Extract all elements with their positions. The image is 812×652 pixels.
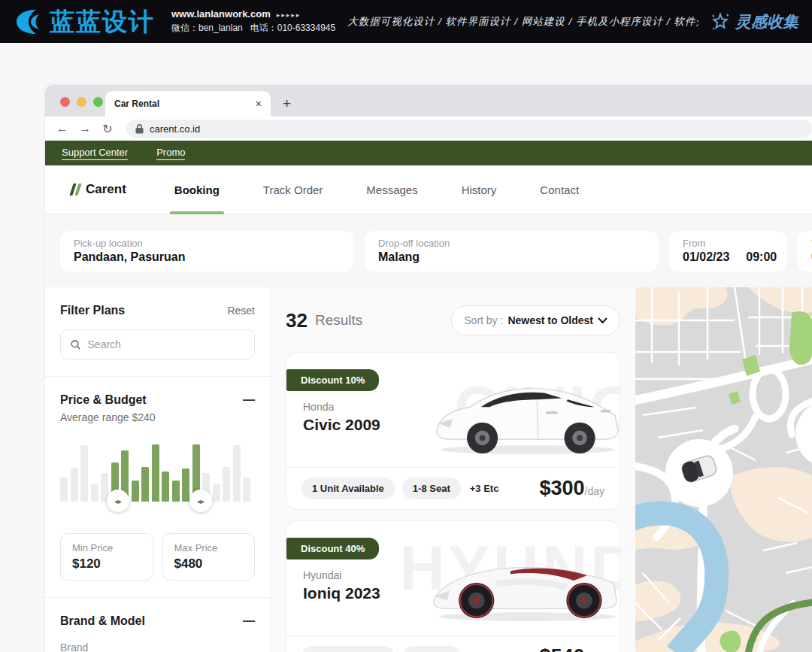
seats-badge: 1-4 Seat xyxy=(402,646,461,652)
minimize-window-button[interactable] xyxy=(77,97,86,107)
min-price-label: Min Price xyxy=(72,542,141,553)
maximize-window-button[interactable] xyxy=(93,97,103,107)
promo-link[interactable]: Promo xyxy=(156,147,185,160)
histogram-bar xyxy=(152,444,159,502)
from-label: From xyxy=(683,238,773,249)
carent-logo-icon xyxy=(71,183,80,196)
car-card-civic[interactable]: CIVIC Discou xyxy=(286,352,620,510)
window-controls[interactable] xyxy=(60,97,103,107)
lanlan-logo: 蓝蓝设计 xyxy=(14,8,155,35)
histogram-bar xyxy=(233,445,241,502)
nav-item-contact[interactable]: Contact xyxy=(535,165,583,214)
from-datetime-field[interactable]: From 01/02/23 09:00 xyxy=(669,231,786,271)
banner-services: 大数据可视化设计 / 软件界面设计 / 网站建设 / 手机及小程序设计 / 软件… xyxy=(347,15,698,29)
filter-search-input[interactable] xyxy=(88,338,244,350)
histogram-bar xyxy=(80,445,88,502)
nav-item-booking[interactable]: Booking xyxy=(170,165,224,214)
max-price-box[interactable]: Max Price $480 xyxy=(162,533,256,581)
histogram-bar xyxy=(213,484,220,502)
discount-badge: Discount 40% xyxy=(286,538,379,560)
browser-tabstrip: Car Rental × + xyxy=(45,85,812,117)
close-window-button[interactable] xyxy=(60,97,70,107)
search-icon xyxy=(71,339,81,350)
price-histogram xyxy=(60,443,255,502)
units-badge: 1 Unit Available xyxy=(301,646,395,652)
site-mainnav: Carent Booking Track Order Messages Hist… xyxy=(45,165,812,214)
brand-group-label: Brand xyxy=(60,641,255,652)
carent-brand-name: Carent xyxy=(86,182,126,197)
pickup-value: Pandaan, Pasuruan xyxy=(74,250,340,264)
nav-item-messages[interactable]: Messages xyxy=(362,165,422,214)
lanlan-logo-text: 蓝蓝设计 xyxy=(50,9,155,34)
back-button[interactable]: ← xyxy=(53,119,72,138)
sort-label: Sort by : xyxy=(464,314,503,326)
dropoff-value: Malang xyxy=(378,250,644,264)
sort-dropdown[interactable]: Sort by : Newest to Oldest xyxy=(451,305,620,335)
sparkle-star-icon xyxy=(710,12,730,32)
price-value: $540 xyxy=(539,645,584,652)
map-panel[interactable] xyxy=(635,287,812,652)
filter-title: Filter Plans xyxy=(60,304,125,317)
max-price-label: Max Price xyxy=(174,542,244,553)
civic-car-image xyxy=(428,369,620,458)
brand-model-section: Brand & Model — Brand ✓BMWHondaToyota xyxy=(45,597,270,652)
results-panel: 32 Results Sort by : Newest to Oldest CI… xyxy=(271,287,635,652)
address-bar[interactable]: carent.co.id xyxy=(126,120,812,138)
range-handle-max[interactable]: ◂▸ xyxy=(189,490,212,512)
lanlan-logo-icon xyxy=(14,8,44,35)
pickup-location-field[interactable]: Pick-up location Pandaan, Pasuruan xyxy=(60,231,353,271)
forward-button[interactable]: → xyxy=(75,119,95,138)
promo-banner: 蓝蓝设计 www.lanlanwork.com▸▸▸▸▸ 微信：ben_lanl… xyxy=(0,0,812,43)
seats-badge: 1-8 Seat xyxy=(402,478,461,499)
to-datetime-field-truncated[interactable]: T 0 xyxy=(798,231,812,271)
browser-tab[interactable]: Car Rental × xyxy=(105,91,271,117)
carent-logo[interactable]: Carent xyxy=(71,182,126,197)
price-histogram-wrap: ◂▸ ◂▸ xyxy=(60,443,255,515)
car-model: Ioniq 2023 xyxy=(303,584,380,602)
histogram-bar xyxy=(71,468,78,502)
average-range-text: Average range $240 xyxy=(60,411,255,423)
etc-badge: +3 Etc xyxy=(470,483,499,494)
min-price-box[interactable]: Min Price $120 xyxy=(60,533,153,581)
results-count-label: Results xyxy=(315,312,362,329)
dropoff-location-field[interactable]: Drop-off location Malang xyxy=(365,231,658,271)
collapse-price-icon[interactable]: — xyxy=(243,394,255,406)
nav-item-history[interactable]: History xyxy=(457,165,501,214)
reset-filters-button[interactable]: Reset xyxy=(227,305,255,317)
collapse-brand-icon[interactable]: — xyxy=(243,615,255,627)
banner-arrows: ▸▸▸▸▸ xyxy=(277,11,301,19)
units-badge: 1 Unit Available xyxy=(301,478,395,499)
histogram-bar xyxy=(132,481,139,502)
price-value: $300 xyxy=(539,477,584,500)
discount-badge: Discount 10% xyxy=(286,369,379,391)
browser-toolbar: ← → ↻ carent.co.id xyxy=(45,117,812,141)
map-image xyxy=(635,287,812,652)
filter-sidebar: Filter Plans Reset xyxy=(45,287,271,652)
banner-website: www.lanlanwork.com xyxy=(171,8,271,20)
car-card-ioniq[interactable]: HYUNDAI Discount 40% xyxy=(286,520,620,652)
pickup-label: Pick-up location xyxy=(74,238,340,249)
histogram-bar xyxy=(223,467,230,502)
tab-title: Car Rental xyxy=(114,99,250,109)
banner-wechat: 微信：ben_lanlan xyxy=(171,23,243,33)
lock-icon xyxy=(135,124,144,134)
support-center-link[interactable]: Support Center xyxy=(62,147,128,160)
range-handle-min[interactable]: ◂▸ xyxy=(107,490,129,512)
map-car-marker-1 xyxy=(665,439,733,507)
histogram-bar xyxy=(162,472,169,502)
banner-contact-info: www.lanlanwork.com▸▸▸▸▸ 微信：ben_lanlan 电话… xyxy=(171,8,335,35)
booking-search-row: Pick-up location Pandaan, Pasuruan Drop-… xyxy=(45,214,812,287)
histogram-bar xyxy=(182,469,189,502)
histogram-bar xyxy=(243,478,250,502)
car-brand: Honda xyxy=(303,401,334,413)
tab-close-icon[interactable]: × xyxy=(256,99,262,109)
ioniq-car-image xyxy=(428,538,620,626)
refresh-button[interactable]: ↻ xyxy=(98,119,117,138)
sort-value: Newest to Oldest xyxy=(508,314,593,326)
filter-search-box[interactable] xyxy=(60,329,255,359)
site-page: Support Center Promo Carent Booking Trac… xyxy=(45,141,812,652)
nav-item-track-order[interactable]: Track Order xyxy=(259,165,327,214)
banner-phone: 电话：010-63334945 xyxy=(250,23,335,33)
new-tab-button[interactable]: + xyxy=(283,96,291,111)
filter-header-section: Filter Plans Reset xyxy=(45,287,270,376)
